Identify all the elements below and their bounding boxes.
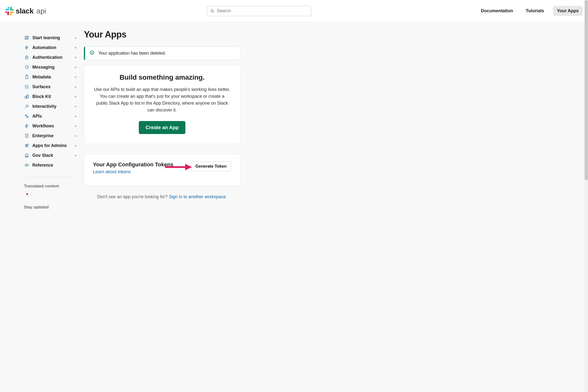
- svg-rect-3: [10, 12, 14, 13]
- sidebar-item-apis[interactable]: APIs ▸: [24, 111, 79, 121]
- sliders-icon: [24, 143, 30, 148]
- sidebar-item-label: Gov Slack: [32, 153, 53, 158]
- translated-content-heading: Translated content: [24, 184, 79, 188]
- sidebar-item-label: Start learning: [32, 35, 60, 40]
- sidebar-item-interactivity[interactable]: Interactivity ▸: [24, 102, 79, 111]
- chevron-right-icon: ▸: [75, 95, 77, 98]
- sidebar-item-authentication[interactable]: Authentication ▸: [24, 52, 79, 62]
- chevron-right-icon: ▸: [75, 144, 77, 147]
- check-circle-icon: [90, 50, 94, 56]
- create-app-button[interactable]: Create an App: [139, 121, 186, 134]
- gears-icon: [24, 114, 30, 118]
- sign-in-other-workspace-link[interactable]: Sign in to another workspace: [169, 194, 226, 199]
- hero-body: Use our APIs to build an app that makes …: [94, 86, 230, 114]
- svg-point-7: [6, 11, 7, 13]
- learn-about-tokens-link[interactable]: Learn about tokens: [93, 169, 131, 174]
- blocks-icon: [24, 94, 30, 99]
- svg-point-24: [27, 116, 29, 118]
- sidebar-item-label: Block Kit: [32, 94, 51, 99]
- brand[interactable]: slack api: [6, 7, 46, 15]
- svg-point-17: [28, 86, 29, 87]
- chevron-right-icon: ▸: [75, 36, 77, 40]
- chevron-right-icon: ▸: [75, 75, 77, 79]
- brand-name: slack: [16, 7, 34, 15]
- svg-point-5: [12, 9, 14, 10]
- chevron-right-icon: ▸: [75, 114, 77, 118]
- search-input[interactable]: [217, 8, 308, 14]
- svg-point-6: [10, 14, 12, 15]
- chevron-right-icon: ▸: [75, 134, 77, 138]
- sidebar-item-reference[interactable]: Reference: [24, 160, 79, 170]
- svg-point-16: [27, 86, 27, 87]
- sidebar-item-workflows[interactable]: Workflows ▸: [24, 121, 79, 131]
- hero-heading: Build something amazing.: [94, 74, 230, 81]
- sidebar-item-label: Apps for Admins: [32, 143, 67, 148]
- sidebar-item-apps-for-admins[interactable]: Apps for Admins ▸: [24, 141, 79, 150]
- svg-rect-2: [7, 11, 9, 15]
- lock-icon: [24, 55, 30, 60]
- chevron-right-icon: ▸: [75, 56, 77, 59]
- sidebar: Start learning ▸ Automation ▸ Authentica…: [0, 22, 79, 223]
- clipboard-icon: [24, 75, 30, 79]
- generate-token-button[interactable]: Generate Token: [191, 162, 231, 171]
- chevron-right-icon: ▸: [75, 154, 77, 157]
- alert-success: Your application has been deleted.: [84, 46, 240, 60]
- top-nav: Documentation Tutorials Your Apps: [477, 6, 582, 16]
- svg-point-19: [27, 88, 27, 88]
- sidebar-item-label: Interactivity: [32, 104, 56, 109]
- search-icon: [210, 9, 214, 13]
- sidebar-item-label: Metadata: [32, 74, 51, 80]
- slack-logo-icon: [6, 7, 14, 15]
- svg-rect-25: [26, 134, 28, 138]
- sidebar-item-automation[interactable]: Automation ▸: [24, 43, 79, 52]
- code-icon: [24, 163, 30, 167]
- brand-sub: api: [37, 7, 46, 15]
- locale-flag-jp[interactable]: 🇯🇵: [24, 192, 30, 196]
- nav-your-apps[interactable]: Your Apps: [553, 6, 582, 16]
- sidebar-item-label: Surfaces: [32, 84, 51, 90]
- top-bar: slack api Documentation Tutorials Your A…: [0, 0, 588, 22]
- footer-text-before: Don't see an app you're looking for?: [97, 194, 169, 199]
- svg-point-20: [28, 88, 29, 88]
- bolt-icon: [24, 124, 30, 128]
- page-title: Your Apps: [84, 30, 240, 40]
- svg-rect-10: [26, 57, 28, 59]
- search-box[interactable]: [207, 6, 311, 16]
- sidebar-item-start-learning[interactable]: Start learning ▸: [24, 33, 79, 43]
- chat-icon: [24, 65, 30, 69]
- footer-text-after: .: [226, 194, 227, 199]
- sidebar-item-messaging[interactable]: Messaging ▸: [24, 62, 79, 72]
- nav-tutorials[interactable]: Tutorials: [522, 6, 548, 16]
- svg-line-9: [213, 12, 214, 12]
- sidebar-item-label: Reference: [32, 163, 53, 168]
- sidebar-item-metadata[interactable]: Metadata ▸: [24, 72, 79, 82]
- map-icon: [24, 36, 30, 40]
- nav-documentation[interactable]: Documentation: [477, 6, 517, 16]
- footer-line: Don't see an app you're looking for? Sig…: [84, 194, 240, 200]
- scrollbar-thumb[interactable]: [584, 0, 588, 180]
- tokens-heading: Your App Configuration Tokens: [93, 162, 173, 168]
- chevron-right-icon: ▸: [75, 104, 77, 108]
- building-icon: [24, 134, 30, 138]
- svg-point-8: [211, 9, 213, 12]
- sidebar-item-gov-slack[interactable]: Gov Slack ▸: [24, 150, 79, 160]
- svg-point-23: [26, 115, 27, 116]
- svg-point-4: [8, 7, 9, 8]
- sidebar-item-block-kit[interactable]: Block Kit ▸: [24, 92, 79, 102]
- sidebar-item-label: APIs: [32, 114, 42, 119]
- plug-icon: [24, 104, 30, 108]
- chevron-right-icon: ▸: [75, 85, 77, 88]
- chevron-right-icon: ▸: [75, 124, 77, 128]
- svg-point-26: [28, 144, 29, 145]
- svg-point-18: [25, 88, 26, 88]
- svg-rect-11: [26, 76, 28, 79]
- sidebar-item-label: Messaging: [32, 65, 55, 70]
- svg-point-15: [25, 86, 26, 87]
- sidebar-item-surfaces[interactable]: Surfaces ▸: [24, 82, 79, 92]
- svg-point-12: [25, 85, 26, 86]
- chevron-right-icon: ▸: [75, 46, 77, 49]
- svg-rect-1: [6, 8, 9, 10]
- sidebar-item-enterprise[interactable]: Enterprise ▸: [24, 131, 79, 141]
- sidebar-item-label: Automation: [32, 45, 56, 50]
- hero-card: Build something amazing. Use our APIs to…: [84, 65, 240, 144]
